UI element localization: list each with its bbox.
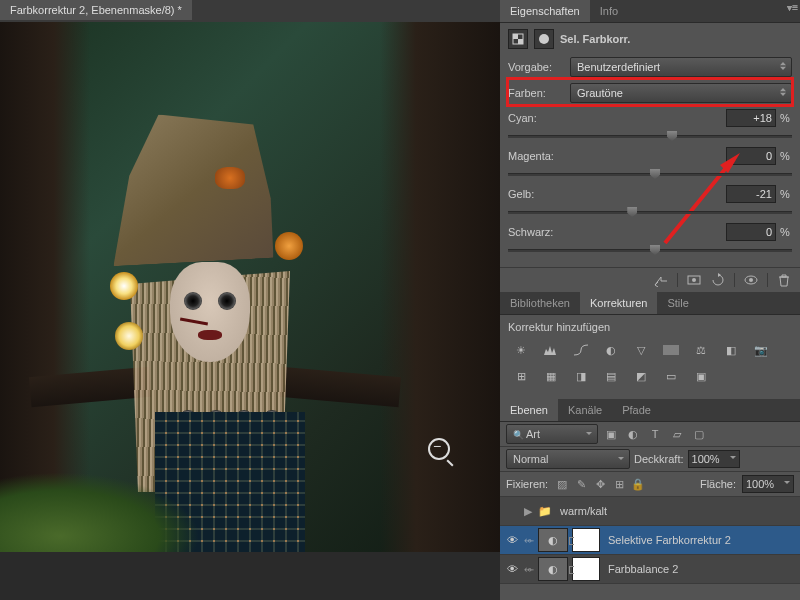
selective-color-icon[interactable]	[508, 29, 528, 49]
slider-row: Cyan:+18%	[508, 109, 792, 143]
layers-panel: Art ▣ ◐ T ▱ ▢ Normal Deckkraft: 100% Fix…	[500, 422, 800, 584]
visibility-icon[interactable]	[743, 273, 759, 287]
layer-filter-dropdown[interactable]: Art	[506, 424, 598, 444]
vibrance-icon[interactable]: ▽	[628, 339, 654, 361]
adjustment-thumb[interactable]: ◐	[538, 528, 568, 552]
tab-pfade[interactable]: Pfade	[612, 399, 661, 421]
exposure-icon[interactable]: ◐	[598, 339, 624, 361]
brightness-contrast-icon[interactable]: ☀	[508, 339, 534, 361]
slider-track[interactable]	[508, 243, 792, 257]
colors-dropdown[interactable]: Grautöne	[570, 83, 792, 103]
levels-icon[interactable]	[538, 339, 564, 361]
hue-saturation-icon[interactable]	[658, 339, 684, 361]
filter-shape-icon[interactable]: ▱	[668, 425, 686, 443]
corrections-hint: Korrektur hinzufügen	[508, 321, 792, 333]
link-icon[interactable]: ⬰	[524, 563, 534, 576]
canvas-area[interactable]	[0, 22, 500, 600]
threshold-icon[interactable]: ◩	[628, 365, 654, 387]
visibility-toggle[interactable]: 👁	[504, 534, 520, 546]
gradient-map-icon[interactable]: ▭	[658, 365, 684, 387]
slider-thumb[interactable]	[627, 207, 637, 217]
clip-to-layer-icon[interactable]	[653, 273, 669, 287]
colors-label: Farben:	[508, 87, 564, 99]
visibility-toggle[interactable]: 👁	[504, 563, 520, 575]
filter-pixel-icon[interactable]: ▣	[602, 425, 620, 443]
tab-stile[interactable]: Stile	[657, 292, 698, 314]
layer-item[interactable]: 👁⬰◐Selektive Farbkorrektur 2	[500, 526, 800, 555]
slider-label: Magenta:	[508, 150, 554, 162]
posterize-icon[interactable]: ▤	[598, 365, 624, 387]
tab-bibliotheken[interactable]: Bibliotheken	[500, 292, 580, 314]
fill-input[interactable]: 100%	[742, 475, 794, 493]
black-white-icon[interactable]: ◧	[718, 339, 744, 361]
slider-row: Schwarz:0%	[508, 223, 792, 257]
curves-icon[interactable]	[568, 339, 594, 361]
slider-row: Magenta:0%	[508, 147, 792, 181]
mask-thumb[interactable]	[572, 557, 600, 581]
slider-value-input[interactable]: 0	[726, 223, 776, 241]
layer-item[interactable]: 👁⬰◐Farbbalance 2	[500, 555, 800, 584]
reset-icon[interactable]	[710, 273, 726, 287]
adjustment-thumb[interactable]: ◐	[538, 557, 568, 581]
layer-name[interactable]: warm/kalt	[560, 505, 607, 517]
preset-dropdown[interactable]: Benutzerdefiniert	[570, 57, 792, 77]
photo-filter-icon[interactable]: 📷	[748, 339, 774, 361]
percent-label: %	[780, 150, 792, 162]
layer-item[interactable]: ▶📁warm/kalt	[500, 497, 800, 526]
mask-view-icon[interactable]	[534, 29, 554, 49]
slider-thumb[interactable]	[667, 131, 677, 141]
lock-artboard-icon[interactable]: ⊞	[611, 476, 627, 492]
percent-label: %	[780, 188, 792, 200]
slider-row: Gelb:-21%	[508, 185, 792, 219]
mask-thumb[interactable]	[572, 528, 600, 552]
disclosure-triangle-icon[interactable]: ▶	[524, 505, 534, 518]
layers-tabs: Ebenen Kanäle Pfade ▾≡	[500, 399, 800, 422]
lock-all-icon[interactable]: 🔒	[630, 476, 646, 492]
selective-color-adj-icon[interactable]: ▣	[688, 365, 714, 387]
blend-mode-dropdown[interactable]: Normal	[506, 449, 630, 469]
channel-mixer-icon[interactable]: ⊞	[508, 365, 534, 387]
slider-thumb[interactable]	[650, 169, 660, 179]
properties-tabs: Eigenschaften Info ▾≡	[500, 0, 800, 23]
properties-panel: Sel. Farbkorr. Vorgabe: Benutzerdefinier…	[500, 23, 800, 267]
lock-position-icon[interactable]: ✥	[592, 476, 608, 492]
svg-point-9	[749, 278, 753, 282]
percent-label: %	[780, 112, 792, 124]
lock-label: Fixieren:	[506, 478, 548, 490]
filter-adjustment-icon[interactable]: ◐	[624, 425, 642, 443]
slider-label: Gelb:	[508, 188, 534, 200]
slider-value-input[interactable]: 0	[726, 147, 776, 165]
document-tab[interactable]: Farbkorrektur 2, Ebenenmaske/8) *	[0, 0, 192, 20]
layer-name[interactable]: Farbbalance 2	[608, 563, 678, 575]
slider-track[interactable]	[508, 205, 792, 219]
view-previous-icon[interactable]	[686, 273, 702, 287]
slider-value-input[interactable]: +18	[726, 109, 776, 127]
tab-eigenschaften[interactable]: Eigenschaften	[500, 0, 590, 22]
fill-label: Fläche:	[700, 478, 736, 490]
lock-pixels-icon[interactable]: ✎	[573, 476, 589, 492]
slider-track[interactable]	[508, 167, 792, 181]
opacity-input[interactable]: 100%	[688, 450, 740, 468]
panel-dock: Eigenschaften Info ▾≡ Sel. Farbkorr. Vor…	[500, 0, 800, 600]
layer-name[interactable]: Selektive Farbkorrektur 2	[608, 534, 731, 546]
slider-thumb[interactable]	[650, 245, 660, 255]
tab-info[interactable]: Info	[590, 0, 628, 22]
slider-value-input[interactable]: -21	[726, 185, 776, 203]
color-lookup-icon[interactable]: ▦	[538, 365, 564, 387]
tab-kanaele[interactable]: Kanäle	[558, 399, 612, 421]
filter-smart-icon[interactable]: ▢	[690, 425, 708, 443]
filter-type-icon[interactable]: T	[646, 425, 664, 443]
svg-rect-1	[513, 34, 518, 39]
trash-icon[interactable]	[776, 273, 792, 287]
link-icon[interactable]: ⬰	[524, 534, 534, 547]
invert-icon[interactable]: ◨	[568, 365, 594, 387]
tab-ebenen[interactable]: Ebenen	[500, 399, 558, 421]
image-photo	[0, 22, 500, 552]
slider-track[interactable]	[508, 129, 792, 143]
color-balance-icon[interactable]: ⚖	[688, 339, 714, 361]
slider-label: Schwarz:	[508, 226, 553, 238]
lock-transparency-icon[interactable]: ▨	[554, 476, 570, 492]
zoom-out-icon[interactable]	[428, 438, 450, 460]
panel-menu-icon[interactable]: ▾≡	[787, 2, 798, 13]
tab-korrekturen[interactable]: Korrekturen	[580, 292, 657, 314]
